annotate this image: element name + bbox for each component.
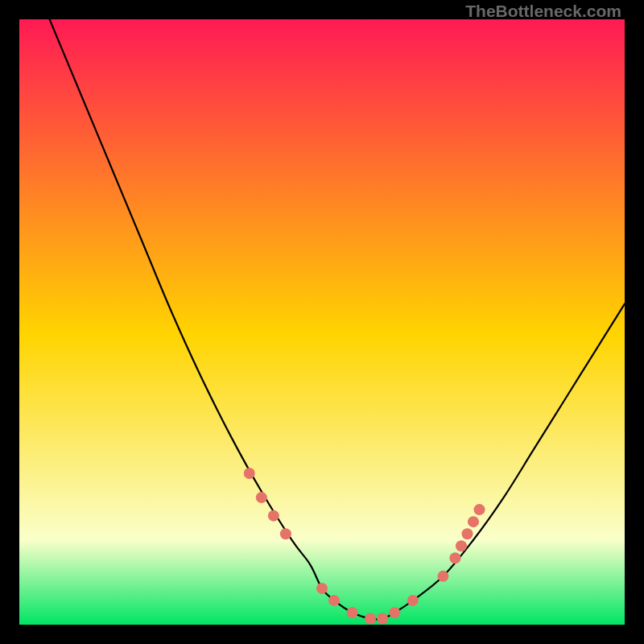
watermark-text: TheBottleneck.com	[465, 2, 621, 21]
marker-point	[456, 540, 467, 551]
marker-point	[437, 571, 448, 582]
marker-point	[377, 613, 388, 624]
marker-point	[468, 516, 479, 527]
marker-point	[461, 528, 473, 539]
marker-point	[407, 595, 419, 606]
chart-frame	[19, 19, 625, 625]
marker-point	[244, 468, 255, 479]
marker-point	[449, 552, 460, 564]
marker-point	[328, 595, 340, 606]
marker-point	[347, 607, 358, 618]
marker-point	[256, 492, 267, 503]
marker-point	[365, 613, 376, 624]
marker-point	[280, 528, 291, 539]
marker-point	[268, 510, 279, 522]
chart-svg	[19, 19, 625, 625]
marker-point	[389, 607, 400, 618]
marker-point	[316, 583, 328, 594]
marker-point	[474, 504, 485, 515]
gradient-background	[19, 19, 625, 625]
